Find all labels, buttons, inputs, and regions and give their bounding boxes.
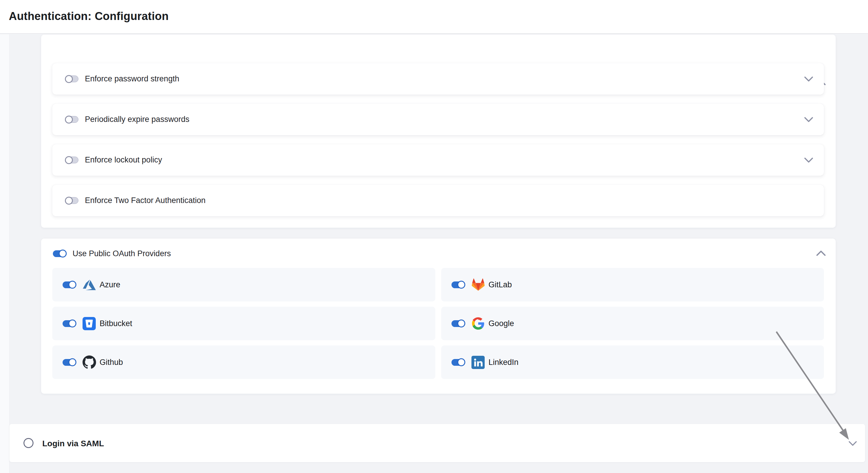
oauth-providers-card: Use Public OAuth Providers Azure (41, 239, 836, 394)
toggle-knob (457, 281, 465, 289)
provider-row-google: Google (441, 307, 824, 340)
toggle-knob (457, 320, 465, 327)
provider-row-linkedin: LinkedIn (441, 346, 824, 379)
toggle-knob (65, 196, 73, 204)
option-label: Enforce Two Factor Authentication (85, 196, 206, 205)
option-card-expire-passwords: Periodically expire passwords (52, 104, 824, 135)
option-card-lockout-policy: Enforce lockout policy (52, 144, 824, 176)
use-oauth-providers-toggle[interactable] (53, 250, 66, 257)
chevron-down-icon[interactable] (804, 117, 813, 122)
saml-login-row: Login via SAML (9, 424, 865, 462)
expire-passwords-toggle[interactable] (65, 116, 79, 123)
gitlab-icon (471, 278, 485, 292)
azure-toggle[interactable] (63, 281, 76, 288)
bitbucket-icon (82, 317, 96, 330)
provider-label: Bitbucket (100, 319, 132, 328)
toggle-knob (68, 358, 76, 366)
linkedin-icon (471, 355, 485, 369)
toggle-knob (65, 156, 73, 164)
left-gutter (0, 34, 9, 473)
chevron-down-icon[interactable] (804, 157, 813, 163)
toggle-knob (65, 116, 73, 123)
provider-label: Google (489, 319, 514, 328)
option-card-two-factor: Enforce Two Factor Authentication (52, 185, 824, 216)
oauth-section-header: Use Public OAuth Providers (53, 250, 171, 257)
lockout-policy-toggle[interactable] (65, 157, 79, 163)
github-icon (82, 355, 96, 369)
saml-radio-button[interactable] (24, 438, 33, 448)
provider-label: Azure (100, 280, 120, 289)
oauth-provider-grid: Azure GitLab (52, 268, 824, 379)
provider-label: LinkedIn (489, 358, 519, 367)
provider-row-bitbucket: Bitbucket (52, 307, 435, 340)
provider-row-azure: Azure (52, 268, 435, 302)
chevron-down-icon[interactable] (804, 76, 813, 82)
azure-icon (82, 278, 96, 292)
toggle-knob (65, 75, 73, 83)
toggle-knob (59, 250, 67, 258)
harness-auth-card: Use Harness username and password Enforc… (41, 35, 836, 228)
google-toggle[interactable] (452, 320, 465, 327)
toggle-knob (68, 281, 76, 289)
option-card-password-strength: Enforce password strength (52, 63, 824, 95)
page-header: Authentication: Configuration (0, 0, 868, 34)
option-label: Enforce lockout policy (85, 155, 162, 164)
chevron-down-icon[interactable] (848, 441, 857, 446)
provider-label: Github (100, 358, 123, 367)
page-title: Authentication: Configuration (9, 10, 168, 23)
provider-label: GitLab (489, 280, 512, 289)
google-icon (471, 317, 485, 330)
option-label: Enforce password strength (85, 74, 179, 84)
saml-label: Login via SAML (42, 439, 104, 448)
toggle-knob (68, 320, 76, 327)
provider-row-gitlab: GitLab (441, 268, 824, 302)
oauth-section-label: Use Public OAuth Providers (72, 249, 171, 258)
chevron-up-icon[interactable] (816, 250, 826, 256)
provider-row-github: Github (52, 346, 435, 379)
authentication-configuration-page: { "window": { "title": "Authentication: … (0, 0, 868, 473)
bitbucket-toggle[interactable] (63, 320, 76, 327)
linkedin-toggle[interactable] (452, 359, 465, 366)
option-label: Periodically expire passwords (85, 115, 189, 124)
enforce-password-strength-toggle[interactable] (65, 75, 79, 82)
github-toggle[interactable] (63, 359, 76, 366)
two-factor-auth-toggle[interactable] (65, 197, 79, 204)
gitlab-toggle[interactable] (452, 281, 465, 288)
toggle-knob (457, 358, 465, 366)
